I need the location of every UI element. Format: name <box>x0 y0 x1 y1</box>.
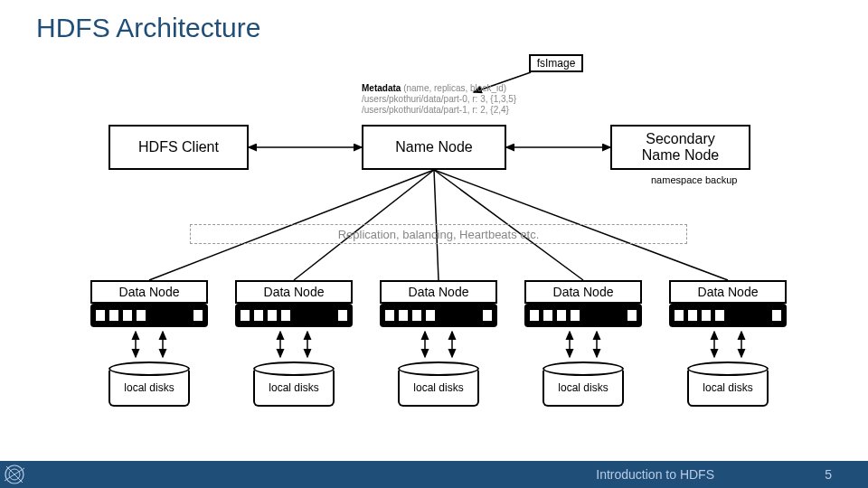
footer-title: Introduction to HDFS <box>596 467 714 482</box>
data-node-label: Data Node <box>235 280 353 304</box>
rack-icon <box>235 304 353 327</box>
name-node-box: Name Node <box>362 125 506 170</box>
hdfs-client-box: HDFS Client <box>108 125 249 170</box>
data-node-label: Data Node <box>90 280 208 304</box>
metadata-text: Metadata (name, replicas, block_id) /use… <box>362 83 516 116</box>
rack-icon <box>90 304 208 327</box>
local-disks-1: local disks <box>108 361 190 407</box>
data-node-1: Data Node <box>90 280 208 327</box>
replication-box: Replication, balancing, Heartbeats etc. <box>190 224 687 244</box>
data-node-4: Data Node <box>524 280 642 327</box>
fsimage-box: fsImage <box>529 54 583 72</box>
local-disks-4: local disks <box>542 361 624 407</box>
data-node-label: Data Node <box>380 280 497 304</box>
local-disks-2: local disks <box>253 361 335 407</box>
data-node-3: Data Node <box>380 280 497 327</box>
slide-title: HDFS Architecture <box>36 13 260 43</box>
rack-icon <box>669 304 787 327</box>
data-node-label: Data Node <box>524 280 642 304</box>
data-node-2: Data Node <box>235 280 353 327</box>
footer-page-number: 5 <box>825 467 832 482</box>
data-node-5: Data Node <box>669 280 787 327</box>
diagram-container: fsImage Metadata (name, replicas, block_… <box>81 54 787 434</box>
local-disks-5: local disks <box>687 361 769 407</box>
local-disks-3: local disks <box>398 361 479 407</box>
rack-icon <box>524 304 642 327</box>
footer-bar: Introduction to HDFS 5 <box>0 461 868 488</box>
rack-icon <box>380 304 497 327</box>
namespace-backup-label: namespace backup <box>651 174 737 185</box>
cern-logo-icon <box>0 461 29 488</box>
secondary-name-node-box: Secondary Name Node <box>610 125 750 170</box>
data-node-label: Data Node <box>669 280 787 304</box>
